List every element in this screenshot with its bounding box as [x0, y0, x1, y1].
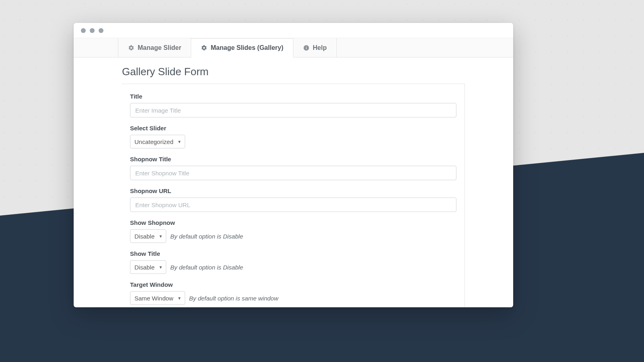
gear-icon [201, 45, 207, 51]
show-title-label: Show Title [130, 250, 456, 257]
tab-label: Manage Slider [138, 44, 181, 51]
gear-icon [128, 45, 134, 51]
show-shopnow-hint: By default option is Disable [170, 233, 243, 240]
chevron-down-icon: ▼ [178, 296, 182, 300]
target-window-dropdown[interactable]: Same Window ▼ [130, 291, 185, 305]
select-slider-dropdown[interactable]: Uncategorized ▼ [130, 135, 185, 148]
select-slider-value: Uncategorized [134, 138, 173, 145]
show-title-value: Disable [134, 264, 155, 271]
chevron-down-icon: ▼ [159, 234, 163, 239]
title-input[interactable] [130, 103, 456, 117]
tab-manage-slides-gallery[interactable]: Manage Slides (Gallery) [191, 38, 293, 58]
tab-label: Help [313, 44, 327, 51]
show-title-dropdown[interactable]: Disable ▼ [130, 260, 166, 274]
window-maximize-dot[interactable] [99, 28, 103, 33]
tab-label: Manage Slides (Gallery) [211, 44, 283, 51]
gallery-slide-form: Title Select Slider Uncategorized ▼ Shop… [122, 84, 465, 307]
tabs-row: Manage Slider Manage Slides (Gallery) He… [74, 38, 513, 58]
page-title: Gallery Slide Form [122, 66, 465, 78]
shopnow-url-input[interactable] [130, 197, 456, 212]
window-titlebar [74, 23, 513, 38]
content-area: Gallery Slide Form Title Select Slider U… [74, 58, 513, 307]
target-window-value: Same Window [134, 295, 173, 302]
show-title-hint: By default option is Disable [170, 264, 243, 271]
tab-manage-slider[interactable]: Manage Slider [118, 38, 191, 57]
show-shopnow-value: Disable [134, 233, 155, 240]
show-shopnow-label: Show Shopnow [130, 219, 456, 226]
info-icon [303, 45, 310, 51]
tab-help[interactable]: Help [293, 38, 337, 57]
shopnow-title-label: Shopnow Title [130, 156, 456, 162]
window-minimize-dot[interactable] [90, 28, 95, 33]
window-close-dot[interactable] [81, 28, 86, 33]
app-window: Manage Slider Manage Slides (Gallery) He… [74, 23, 513, 307]
select-slider-label: Select Slider [130, 125, 456, 132]
chevron-down-icon: ▼ [178, 140, 182, 144]
shopnow-url-label: Shopnow URL [130, 187, 456, 194]
svg-rect-2 [306, 46, 306, 47]
show-shopnow-dropdown[interactable]: Disable ▼ [130, 229, 166, 243]
svg-rect-1 [306, 47, 306, 49]
chevron-down-icon: ▼ [159, 265, 163, 269]
shopnow-title-input[interactable] [130, 166, 456, 180]
target-window-hint: By default option is same window [189, 295, 279, 302]
title-label: Title [130, 93, 456, 100]
target-window-label: Target Window [130, 281, 456, 288]
